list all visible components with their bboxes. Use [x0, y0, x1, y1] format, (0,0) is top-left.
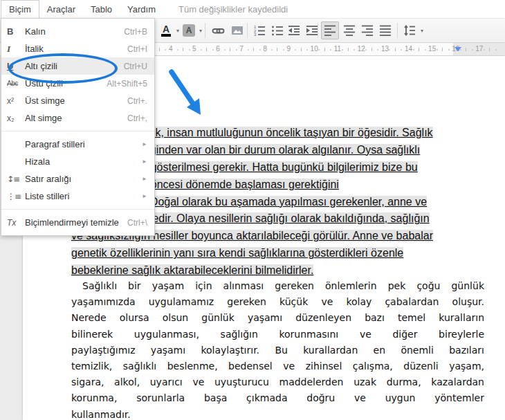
submenu-arrow-icon: ►	[142, 193, 147, 199]
menu-yardim[interactable]: Yardım	[120, 0, 163, 18]
bulleted-list-button[interactable]	[268, 21, 286, 39]
ruler-number: 7	[239, 45, 244, 53]
text-line: kullanmadır.	[71, 407, 484, 420]
text-line: genetik özelliklerinin yanı sıra kendi s…	[71, 245, 486, 262]
ruler-dot	[377, 49, 378, 51]
ruler-dot	[165, 49, 166, 51]
menu-bar: Biçim Araçlar Tablo Yardım Tüm değişikli…	[0, 0, 505, 18]
highlight-color-button[interactable]: A	[181, 21, 196, 39]
text-color-swatch	[161, 34, 171, 37]
ruler-tick	[371, 48, 372, 51]
decrease-indent-button[interactable]	[285, 21, 302, 39]
chevron-down-icon: ▾	[199, 28, 202, 34]
menu-item-label: Alt simge	[25, 113, 127, 123]
ruler-tick	[183, 48, 183, 51]
svg-text:3: 3	[254, 33, 257, 37]
insert-image-button[interactable]	[228, 21, 246, 39]
text-line: temizlik, sağlıklı beslenme, bedensel ve…	[71, 358, 484, 374]
ruler-number: 5	[192, 45, 196, 53]
align-center-button[interactable]	[340, 21, 358, 39]
bold-icon: B	[7, 26, 25, 37]
menu-shortcut: Ctrl+U	[124, 62, 147, 71]
insert-link-button[interactable]	[209, 21, 228, 39]
text-line: Nerede olursa olsun günlük yaşamı düzenl…	[71, 310, 484, 326]
ruler-tick	[489, 48, 490, 51]
clear-format-icon: Tx	[7, 218, 25, 228]
ruler-tick	[206, 48, 207, 51]
ruler-number: 4	[169, 45, 173, 53]
menu-bicim[interactable]: Biçim	[1, 0, 39, 18]
menu-item-hizala[interactable]: Hizala►	[1, 153, 154, 170]
menu-item-liste-stilleri[interactable]: ⋮≡Liste stilleri►	[1, 188, 154, 205]
justify-icon	[379, 24, 392, 37]
menu-shortcut: Alt+Shift+5	[107, 79, 147, 89]
align-right-button[interactable]	[358, 21, 376, 39]
menu-item-bi-imlendirmeyi-temizle[interactable]: TxBiçimlendirmeyi temizleCtrl+\	[1, 214, 154, 231]
ruler-tick	[395, 48, 396, 51]
toolbar-separator	[397, 23, 398, 38]
menu-shortcut: Ctrl+.	[127, 96, 147, 106]
ruler-tick	[466, 48, 466, 51]
annotation-arrow-icon	[163, 66, 213, 125]
ruler-tick	[230, 48, 230, 51]
numbered-list-button[interactable]: 1 2 3	[250, 21, 268, 39]
ruler-dot	[389, 49, 390, 51]
menu-item-alt-simge[interactable]: x₂Alt simgeCtrl+,	[1, 109, 154, 127]
menu-item-kal-n[interactable]: BKalınCtrl+B	[1, 23, 154, 40]
ruler-tick	[253, 48, 254, 51]
ruler-dot	[306, 49, 308, 51]
align-left-button[interactable]	[321, 21, 339, 39]
highlight-color-caret[interactable]: ▾	[196, 21, 203, 39]
ruler-dot	[330, 49, 331, 51]
strike-icon: Abc	[7, 80, 25, 87]
ruler-dot	[437, 49, 438, 51]
ruler-dot	[259, 49, 261, 51]
line-spacing-caret[interactable]: ▾	[418, 21, 425, 39]
ruler-dot	[472, 49, 473, 51]
ruler-dot	[401, 49, 402, 51]
justify-button[interactable]	[376, 21, 394, 39]
ruler-tick	[277, 48, 277, 51]
submenu-arrow-icon: ►	[142, 176, 147, 182]
ruler-dot	[495, 49, 497, 51]
menu-item-label: Biçimlendirmeyi temizle	[25, 217, 127, 228]
line-spacing-icon: ↕≡	[7, 174, 25, 184]
list-styles-icon: ⋮≡	[7, 192, 25, 201]
menu-item-label: Paragraf stilleri	[25, 139, 142, 149]
menu-shortcut: Ctrl+\	[127, 218, 147, 228]
ruler-dot	[201, 49, 202, 51]
right-indent-marker[interactable]	[454, 47, 461, 51]
ruler-dot	[283, 49, 284, 51]
submenu-arrow-icon: ►	[142, 158, 147, 165]
align-left-icon	[324, 24, 336, 37]
menu-tablo[interactable]: Tablo	[83, 0, 120, 18]
text-color-caret[interactable]: ▾	[174, 21, 181, 39]
ruler-tick	[348, 48, 349, 51]
ruler-tick	[324, 48, 325, 51]
annotation-ellipse	[8, 53, 118, 84]
numbered-list-icon: 1 2 3	[253, 24, 266, 37]
text-line: Sağlıklı bir yaşam için alınması gereken…	[71, 278, 484, 294]
menu-araclar[interactable]: Araçlar	[39, 0, 83, 18]
ruler-dot	[248, 49, 249, 51]
menu-item-paragraf-stilleri[interactable]: Paragraf stilleri►	[1, 136, 154, 153]
menu-item-st-simge[interactable]: x²Üst simgeCtrl+.	[1, 92, 154, 109]
increase-indent-icon	[306, 24, 318, 37]
menu-separator	[1, 131, 154, 131]
ruler-number: 13	[381, 45, 389, 53]
text-line: paylaştığımız yaşamı kolaylaştırır. Bu k…	[71, 343, 484, 358]
italic-icon: I	[7, 44, 25, 55]
submenu-arrow-icon: ►	[142, 141, 147, 147]
ruler-number: 10	[311, 45, 318, 53]
menu-shortcut: Ctrl+I	[127, 44, 147, 54]
text-color-button[interactable]: A	[158, 21, 174, 39]
selected-underlined-text: bebeklerine sağlık aktarabileceklerini b…	[71, 264, 313, 276]
menu-item-sat-r-aral[interactable]: ↕≡Satır aralığı►	[1, 170, 154, 188]
image-icon	[231, 24, 244, 37]
ruler-dot	[484, 49, 485, 51]
ruler-dot	[318, 49, 320, 51]
paragraph-body[interactable]: Sağlıklı bir yaşam için alınması gereken…	[71, 278, 484, 420]
menu-separator	[1, 209, 154, 210]
ruler-dot	[271, 49, 273, 51]
line-spacing-button[interactable]	[401, 21, 418, 39]
